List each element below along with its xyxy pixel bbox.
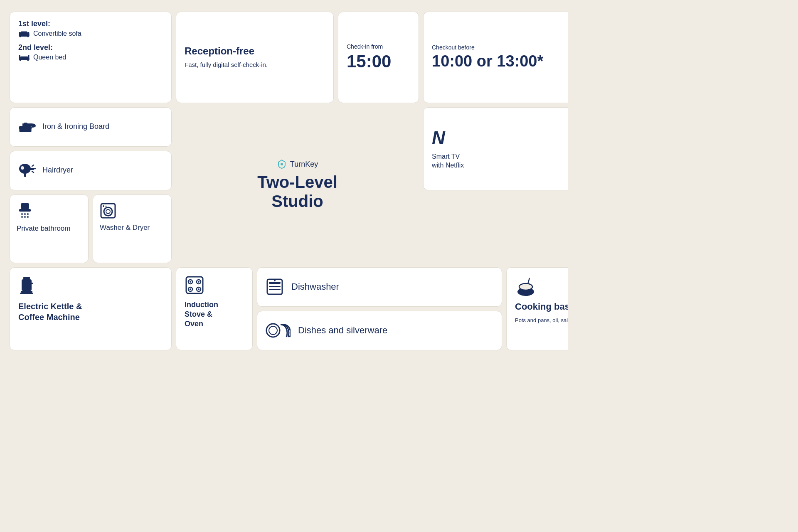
dishes-icon bbox=[266, 323, 291, 338]
svg-rect-41 bbox=[23, 277, 30, 279]
cooking-card: Cooking basics Pots and pans, oil, salt … bbox=[506, 267, 568, 350]
dishwasher-card: Dishwasher bbox=[257, 267, 502, 307]
dishes-card: Dishes and silverware bbox=[257, 311, 502, 350]
level2-item: Queen bed bbox=[18, 54, 66, 61]
bathroom-washer-group: Private bathroom Washer & Dryer bbox=[10, 195, 172, 263]
beds-card: 1st level: Convertible sofa 2nd level: bbox=[10, 12, 172, 103]
kettle-label: Electric Kettle & Coffee Machine bbox=[18, 301, 82, 323]
svg-point-59 bbox=[274, 280, 276, 281]
center-panel: TurnKey Two-Level Studio bbox=[176, 107, 419, 263]
washer-icon bbox=[100, 202, 116, 219]
svg-point-28 bbox=[24, 216, 26, 218]
dishwasher-dishes-group: Dishwasher Dishes and silverware bbox=[257, 267, 502, 350]
stove-icon bbox=[185, 275, 204, 295]
svg-rect-23 bbox=[19, 209, 31, 212]
level2-title: 2nd level: bbox=[18, 43, 66, 52]
svg-rect-10 bbox=[20, 59, 21, 61]
svg-point-27 bbox=[21, 216, 23, 218]
reception-title: Reception-free bbox=[185, 45, 254, 57]
hairdryer-label: Hairdryer bbox=[42, 165, 73, 175]
studio-title: Two-Level Studio bbox=[257, 172, 337, 211]
svg-rect-7 bbox=[19, 55, 20, 60]
level1-section: 1st level: Convertible sofa bbox=[18, 20, 81, 37]
main-grid: 1st level: Convertible sofa 2nd level: bbox=[10, 12, 558, 350]
stove-card: Induction Stove & Oven bbox=[176, 267, 253, 350]
hairdryer-card: Hairdryer bbox=[10, 151, 172, 190]
svg-line-19 bbox=[32, 165, 34, 166]
dishwasher-label: Dishwasher bbox=[291, 281, 339, 293]
reception-subtitle: Fast, fully digital self-check-in. bbox=[185, 60, 268, 69]
svg-point-34 bbox=[106, 205, 107, 207]
svg-rect-9 bbox=[20, 56, 28, 58]
iron-icon bbox=[18, 120, 37, 133]
svg-rect-57 bbox=[269, 286, 281, 287]
brand-name: TurnKey bbox=[290, 160, 318, 169]
dishes-label: Dishes and silverware bbox=[298, 325, 387, 337]
svg-point-61 bbox=[269, 326, 277, 335]
stove-label: Induction Stove & Oven bbox=[185, 300, 218, 329]
svg-rect-42 bbox=[22, 279, 32, 291]
sofa-icon bbox=[18, 30, 30, 37]
svg-point-31 bbox=[104, 207, 112, 216]
bathroom-icon bbox=[17, 202, 33, 220]
smarttv-label: Smart TV with Netflix bbox=[432, 153, 464, 170]
svg-rect-5 bbox=[21, 31, 27, 34]
checkin-card: Check-in from 15:00 bbox=[338, 12, 419, 103]
svg-point-33 bbox=[103, 205, 104, 207]
iron-card: Iron & Ironing Board bbox=[10, 107, 172, 147]
hairdryer-icon bbox=[18, 163, 37, 178]
checkout-time: 10:00 or 13:00* bbox=[432, 52, 543, 70]
cooking-title: Cooking basics bbox=[515, 301, 568, 313]
iron-label: Iron & Ironing Board bbox=[42, 122, 109, 131]
svg-rect-12 bbox=[19, 126, 32, 130]
svg-line-21 bbox=[32, 171, 34, 172]
checkin-label: Check-in from bbox=[347, 43, 383, 50]
svg-rect-56 bbox=[269, 282, 281, 284]
svg-rect-45 bbox=[20, 293, 33, 294]
svg-point-32 bbox=[106, 209, 110, 214]
svg-point-52 bbox=[190, 288, 191, 290]
bathroom-label: Private bathroom bbox=[17, 224, 70, 233]
svg-rect-43 bbox=[21, 291, 32, 293]
svg-rect-11 bbox=[27, 59, 29, 61]
level1-item: Convertible sofa bbox=[18, 30, 81, 37]
checkout-label: Checkout before bbox=[432, 44, 475, 51]
kettle-card: Electric Kettle & Coffee Machine bbox=[10, 267, 172, 350]
level1-item-label: Convertible sofa bbox=[33, 30, 81, 37]
turnkey-logo-icon bbox=[277, 159, 287, 169]
svg-point-24 bbox=[21, 213, 23, 215]
svg-rect-3 bbox=[20, 36, 21, 37]
svg-rect-14 bbox=[19, 130, 32, 132]
bed-icon bbox=[18, 54, 30, 61]
svg-rect-13 bbox=[24, 123, 27, 124]
svg-rect-2 bbox=[27, 32, 30, 37]
washer-card: Washer & Dryer bbox=[93, 195, 172, 263]
washer-label: Washer & Dryer bbox=[100, 223, 150, 232]
svg-point-25 bbox=[24, 213, 26, 215]
svg-point-54 bbox=[198, 288, 200, 290]
turnkey-logo: TurnKey bbox=[277, 159, 318, 169]
cooking-sublabel: Pots and pans, oil, salt and pepper bbox=[515, 317, 568, 324]
svg-rect-58 bbox=[269, 289, 281, 290]
checkin-time: 15:00 bbox=[347, 52, 391, 71]
dishwasher-icon bbox=[266, 278, 284, 295]
svg-rect-1 bbox=[19, 32, 21, 37]
smarttv-card: N Smart TV with Netflix bbox=[423, 107, 568, 190]
level2-item-label: Queen bed bbox=[33, 54, 66, 61]
level1-title: 1st level: bbox=[18, 20, 81, 28]
kettle-icon bbox=[18, 275, 37, 296]
svg-point-60 bbox=[266, 324, 280, 337]
svg-rect-17 bbox=[24, 173, 26, 177]
reception-card: Reception-free Fast, fully digital self-… bbox=[176, 12, 334, 103]
checkout-card: Checkout before 10:00 or 13:00* bbox=[423, 12, 568, 103]
svg-rect-22 bbox=[21, 203, 29, 209]
svg-point-35 bbox=[281, 163, 283, 165]
svg-point-50 bbox=[198, 281, 200, 283]
svg-rect-4 bbox=[27, 36, 29, 37]
svg-point-18 bbox=[21, 166, 24, 170]
svg-point-26 bbox=[27, 213, 29, 215]
bathroom-card: Private bathroom bbox=[10, 195, 89, 263]
cooking-icon bbox=[515, 275, 537, 297]
svg-point-29 bbox=[27, 216, 29, 218]
level2-section: 2nd level: Queen bed bbox=[18, 43, 66, 61]
